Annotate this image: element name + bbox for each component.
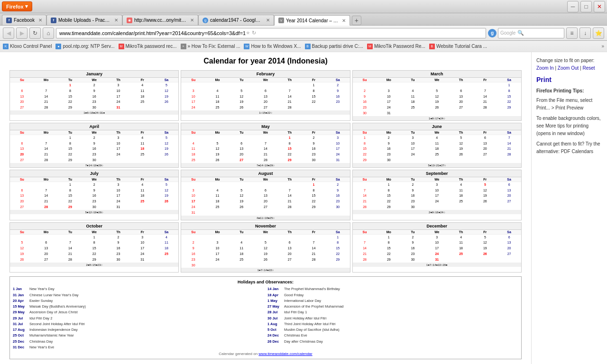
tab-mobile-uploads[interactable]: f Mobile Uploads - Practice En... ✕ bbox=[46, 15, 122, 25]
calendar-day: 14 bbox=[277, 94, 302, 100]
calendar-day: 26 bbox=[425, 105, 449, 110]
month-days-grid: 1234567891011121314151617181920212223242… bbox=[10, 135, 178, 163]
bookmark-star-icon[interactable]: ★ bbox=[246, 30, 250, 36]
address-bar[interactable]: www.timeanddate.com/calendar/print.html?… bbox=[56, 28, 486, 38]
tab-facebook-close[interactable]: ✕ bbox=[38, 18, 42, 23]
footer-link[interactable]: www.timeanddate.com/calendar bbox=[258, 352, 312, 356]
reload-button[interactable]: ↻ bbox=[29, 27, 41, 39]
calendar-day: 20 bbox=[473, 146, 497, 152]
forward-button[interactable]: ▶ bbox=[16, 27, 28, 39]
calendar-day bbox=[277, 235, 302, 240]
calendar-day: 11 bbox=[449, 188, 473, 193]
holiday-item: 29 JulIdul Fitri Day 2 bbox=[13, 316, 264, 321]
back-button[interactable]: ◀ bbox=[3, 27, 14, 39]
calendar-day: 6 bbox=[34, 240, 58, 246]
bookmark-mikrotik2[interactable]: M MikroTik Password Re... bbox=[367, 44, 425, 49]
calendar-day: 26 bbox=[230, 204, 254, 210]
holiday-item: 31 DecNew Year's Eve bbox=[13, 345, 264, 350]
calendar-day: 22 bbox=[302, 99, 326, 105]
calendar-day bbox=[205, 235, 230, 240]
bookmark-windows[interactable]: W How to fix Windows X... bbox=[244, 44, 301, 49]
close-button[interactable]: ✕ bbox=[594, 1, 605, 12]
calendar-day: 4 bbox=[181, 141, 205, 146]
holiday-item: 5 OctMuslim Day of Sacrifice (Idul Adha) bbox=[267, 327, 518, 332]
restore-button[interactable]: □ bbox=[580, 1, 592, 12]
zoom-out-link[interactable]: Zoom Out bbox=[558, 65, 579, 71]
minimize-button[interactable]: ─ bbox=[567, 1, 579, 12]
downloads-button[interactable]: ↓ bbox=[579, 27, 591, 39]
calendar-day: 11 bbox=[181, 146, 205, 152]
tab-mitra[interactable]: ◉ http://www.cc...ony/mitra.php ✕ bbox=[122, 15, 198, 25]
day-header-su: Su bbox=[353, 177, 377, 182]
calendar-day: 18 bbox=[155, 246, 179, 251]
home-button[interactable]: ⌂ bbox=[43, 27, 54, 39]
reset-link[interactable]: Reset bbox=[583, 65, 595, 71]
menu-button[interactable]: ≡ bbox=[566, 27, 578, 39]
calendar-day: 11 bbox=[130, 141, 155, 146]
calendar-day: 25 bbox=[205, 105, 230, 110]
tab-mitra-label: http://www.cc...ony/mitra.php bbox=[134, 18, 186, 23]
moon-phases-row: 1●7○14●22○29● bbox=[353, 263, 521, 267]
holiday-item: 25 OctMuharram/Islamic New Year bbox=[13, 333, 264, 338]
calendar-day: 12 bbox=[205, 146, 230, 152]
bookmarks-button[interactable]: ⭐ bbox=[593, 27, 604, 39]
calendar-day: 1 bbox=[302, 82, 326, 88]
search-bar[interactable]: Google 🔍 bbox=[498, 28, 564, 38]
calendar-day bbox=[449, 157, 473, 163]
calendar-day: 17 bbox=[425, 246, 449, 251]
refresh-icon[interactable]: ↻ bbox=[252, 30, 256, 36]
calendar-day: 5 bbox=[254, 240, 278, 246]
page-content: Calendar for year 2014 (Indonesia) Janua… bbox=[0, 52, 531, 364]
calendar-day bbox=[34, 135, 58, 141]
calendar-day: 18 bbox=[205, 199, 230, 204]
bookmark-website[interactable]: B Website Tutorial Cara ... bbox=[429, 44, 487, 49]
calendar-day: 3 bbox=[106, 135, 130, 141]
calendar-day: 15 bbox=[377, 246, 401, 251]
calendar-day: 29 bbox=[58, 157, 83, 163]
day-header-we: We bbox=[425, 78, 449, 82]
tab-facebook[interactable]: f Facebook ✕ bbox=[2, 15, 46, 25]
calendar-day: 20 bbox=[254, 99, 278, 105]
bookmark-howtofix[interactable]: » » How To Fix: External ... bbox=[181, 44, 240, 49]
calendar-day bbox=[205, 82, 230, 88]
calendar-day: 10 bbox=[106, 141, 130, 146]
calendar-day: 14 bbox=[58, 246, 83, 251]
calendar-day: 19 bbox=[10, 251, 34, 257]
tab-google-search-close[interactable]: ✕ bbox=[266, 18, 270, 23]
bookmarks-more-icon[interactable]: » bbox=[601, 44, 604, 49]
tab-mitra-close[interactable]: ✕ bbox=[190, 18, 194, 23]
holiday-name: Christmas Day bbox=[29, 339, 53, 344]
new-tab-button[interactable]: + bbox=[352, 16, 361, 25]
moon-phases-row: 1○15●22○ bbox=[181, 110, 349, 115]
calendar-day bbox=[230, 235, 254, 240]
calendar-day: 28 bbox=[34, 204, 58, 210]
calendar-day bbox=[277, 182, 302, 188]
day-header-tu: Tu bbox=[58, 177, 83, 182]
calendar-day: 4 bbox=[205, 188, 230, 193]
day-header-fr: Fr bbox=[302, 78, 326, 82]
kloxo-favicon: K bbox=[3, 44, 9, 49]
tab-mobile-uploads-close[interactable]: ✕ bbox=[114, 18, 118, 23]
zoom-controls: Zoom In | Zoom Out | Reset bbox=[536, 64, 602, 72]
calendar-day: 11 bbox=[401, 94, 425, 100]
bookmark-ntp-label: pool.ntp.org: NTP Serv... bbox=[63, 44, 114, 49]
calendar-day: 6 bbox=[254, 88, 278, 94]
bookmark-kloxo[interactable]: K Kloxo Control Panel bbox=[3, 44, 52, 49]
calendar-day: 25 bbox=[130, 152, 155, 157]
calendar-day bbox=[181, 82, 205, 88]
calendar-day: 1 bbox=[82, 235, 106, 240]
calendar-day: 13 bbox=[449, 94, 473, 100]
bookmark-mikrotik1[interactable]: M MikroTik password rec... bbox=[119, 44, 177, 49]
calendar-day: 9 bbox=[302, 141, 326, 146]
firefox-menu-button[interactable]: Firefox ▾ bbox=[2, 1, 32, 11]
tab-google-search[interactable]: g calendar1947 - Google Search ✕ bbox=[198, 15, 274, 25]
bookmark-backup[interactable]: B Backup partisi drive C:... bbox=[305, 44, 363, 49]
tab-year-calendar-close[interactable]: ✕ bbox=[342, 18, 346, 23]
print-link[interactable]: Print bbox=[536, 76, 552, 83]
calendar-day: 1 bbox=[302, 182, 326, 188]
tab-year-calendar[interactable]: Y Year 2014 Calendar – Indonesia ✕ bbox=[274, 15, 350, 26]
bookmark-ntp[interactable]: ● pool.ntp.org: NTP Serv... bbox=[55, 44, 114, 49]
zoom-in-link[interactable]: Zoom In bbox=[536, 65, 554, 71]
month-days-grid: 1234567891011121314151617181920212223242… bbox=[10, 82, 178, 110]
howtofix-favicon: » bbox=[181, 44, 186, 49]
